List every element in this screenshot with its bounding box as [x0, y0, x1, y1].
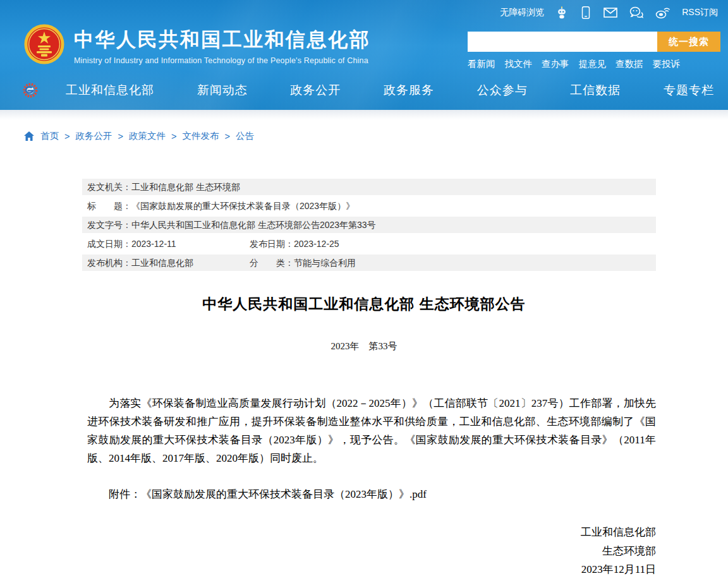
meta-row-dates: 成文日期：2023-12-11发布日期：2023-12-25: [82, 236, 656, 252]
nav-item-gov-open[interactable]: 政务公开: [290, 82, 341, 99]
accessibility-link[interactable]: 无障碍浏览: [500, 7, 544, 18]
mobile-icon[interactable]: [579, 6, 592, 20]
quick-link-feedback[interactable]: 提意见: [579, 58, 607, 70]
robot-icon[interactable]: [555, 6, 569, 20]
weibo-icon[interactable]: [655, 6, 671, 20]
meta-row-issuing-authority: 发文机关：工业和信息化部 生态环境部: [82, 179, 656, 195]
meta-value: 工业和信息化部: [131, 258, 193, 268]
breadcrumb-file-release[interactable]: 文件发布: [182, 130, 219, 142]
main-navigation: 工业和信息化部 新闻动态 政务公开 政务服务 公众参与 工信数据 专题专栏: [66, 82, 714, 99]
meta-value: 中华人民共和国工业和信息化部 生态环境部公告2023年第33号: [131, 220, 376, 230]
document-meta-table: 发文机关：工业和信息化部 生态环境部 标 题：《国家鼓励发展的重大环保技术装备目…: [82, 179, 656, 273]
meta-value: 工业和信息化部 生态环境部: [131, 182, 240, 192]
site-title: 中华人民共和国工业和信息化部: [74, 27, 370, 53]
quick-link-files[interactable]: 找文件: [505, 58, 533, 70]
meta-value: 2023-12-11: [131, 239, 176, 249]
announcement-title: 中华人民共和国工业和信息化部 生态环境部公告: [80, 294, 648, 314]
meta-label: 成文日期：: [87, 239, 131, 249]
announcement-issue-number: 2023年 第33号: [80, 340, 648, 352]
signature-date: 2023年12月11日: [87, 560, 656, 579]
search-input[interactable]: [468, 32, 657, 52]
breadcrumb-policy-files[interactable]: 政策文件: [129, 130, 166, 142]
quick-link-news[interactable]: 看新闻: [468, 58, 495, 70]
site-brand[interactable]: 中华人民共和国工业和信息化部 Ministry of Industry and …: [24, 24, 370, 67]
quick-link-services[interactable]: 查办事: [542, 58, 569, 70]
nav-item-news[interactable]: 新闻动态: [197, 82, 248, 99]
signature-org-mee: 生态环境部: [87, 542, 656, 561]
meta-label: 发文机关：: [87, 182, 131, 192]
meta-value: 2023-12-25: [294, 239, 339, 249]
breadcrumb-separator: >: [118, 131, 123, 141]
search-button[interactable]: 统一搜索: [657, 32, 720, 52]
nav-item-miit[interactable]: 工业和信息化部: [66, 82, 154, 99]
meta-value: 节能与综合利用: [294, 258, 356, 268]
nav-item-participation[interactable]: 公众参与: [477, 82, 528, 99]
topbar: 无障碍浏览: [500, 6, 718, 20]
nav-item-gov-service[interactable]: 政务服务: [384, 82, 434, 99]
breadcrumb-separator: >: [64, 131, 70, 141]
breadcrumb-home[interactable]: 首页: [40, 130, 59, 142]
meta-value: 《国家鼓励发展的重大环保技术装备目录（2023年版）》: [131, 201, 355, 211]
breadcrumb-announcement[interactable]: 公告: [236, 130, 254, 142]
meta-label: 标 题：: [87, 201, 131, 211]
signature-block: 工业和信息化部 生态环境部 2023年12月11日: [87, 523, 656, 579]
site-banner: 无障碍浏览: [0, 0, 728, 110]
nav-item-data[interactable]: 工信数据: [570, 82, 621, 99]
site-subtitle: Ministry of Industry and Information Tec…: [74, 56, 370, 65]
signature-org-miit: 工业和信息化部: [87, 523, 656, 542]
meta-label: 发布日期：: [250, 239, 294, 249]
home-icon[interactable]: [24, 131, 35, 141]
meta-row-title: 标 题：《国家鼓励发展的重大环保技术装备目录（2023年版）》: [82, 198, 656, 214]
meta-label: 发文字号：: [87, 220, 131, 230]
meta-label: 分 类：: [250, 258, 294, 268]
brand-text: 中华人民共和国工业和信息化部 Ministry of Industry and …: [74, 27, 370, 65]
quick-links: 看新闻 找文件 查办事 提意见 查数据 要投诉: [468, 58, 720, 70]
attachment-link[interactable]: 附件：《国家鼓励发展的重大环保技术装备目录（2023年版）》.pdf: [87, 487, 656, 501]
mail-icon[interactable]: [603, 6, 618, 20]
quick-link-complaint[interactable]: 要投诉: [653, 58, 681, 70]
breadcrumb: 首页 > 政务公开 > 政策文件 > 文件发布 > 公告: [24, 130, 254, 142]
page: 无障碍浏览: [0, 0, 728, 588]
banner-bottom-strip: [0, 110, 728, 120]
quick-link-data[interactable]: 查数据: [616, 58, 643, 70]
nav-item-topics[interactable]: 专题专栏: [664, 82, 714, 99]
breadcrumb-separator: >: [224, 131, 229, 141]
meta-label: 发布机构：: [87, 258, 131, 268]
national-emblem-icon: [24, 24, 64, 67]
breadcrumb-separator: >: [171, 131, 176, 141]
search-area: 统一搜索 看新闻 找文件 查办事 提意见 查数据 要投诉: [468, 32, 720, 70]
rss-link[interactable]: RSS订阅: [682, 7, 718, 18]
meta-row-document-number: 发文字号：中华人民共和国工业和信息化部 生态环境部公告2023年第33号: [82, 217, 656, 233]
miit-e-logo-icon[interactable]: [21, 80, 41, 103]
wechat-icon[interactable]: [629, 6, 644, 20]
meta-row-publisher-category: 发布机构：工业和信息化部分 类：节能与综合利用: [82, 255, 656, 271]
breadcrumb-gov-open[interactable]: 政务公开: [75, 130, 112, 142]
announcement-paragraph: 为落实《环保装备制造业高质量发展行动计划（2022－2025年）》（工信部联节〔…: [87, 394, 656, 467]
